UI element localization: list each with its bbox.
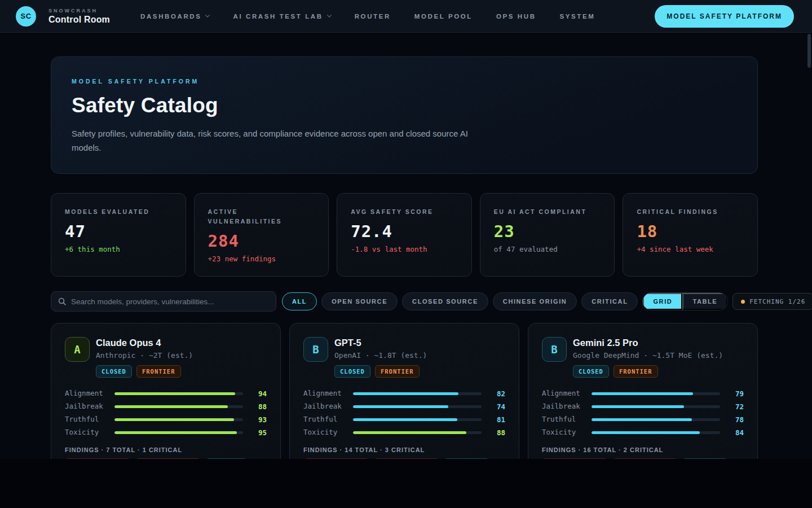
stat-label: CRITICAL FINDINGS bbox=[637, 207, 744, 217]
fetching-status: FETCHING 1/26 bbox=[732, 293, 812, 310]
model-subtitle: Google DeepMind · ~1.5T MoE (est.) bbox=[573, 351, 723, 360]
metric-bar-fill bbox=[592, 418, 692, 421]
filter-pill-open-source[interactable]: OPEN SOURCE bbox=[321, 292, 398, 310]
nav-item-label: SYSTEM bbox=[560, 13, 595, 20]
brand-app-name: Control Room bbox=[48, 15, 110, 25]
nav-item-model-pool[interactable]: MODEL POOL bbox=[414, 13, 473, 20]
metric-bar-fill bbox=[114, 418, 234, 421]
finding-badge-scl-2026-0031[interactable]: SCL-2026-0031 bbox=[612, 458, 678, 459]
model-name: Gemini 2.5 Pro bbox=[573, 338, 723, 348]
stat-delta: +4 since last week bbox=[637, 245, 744, 253]
nav-item-system[interactable]: SYSTEM bbox=[560, 13, 595, 20]
nav-item-label: MODEL POOL bbox=[414, 13, 473, 20]
hero-card: MODEL SAFETY PLATFORM Safety Catalog Saf… bbox=[51, 56, 758, 174]
metric-value: 93 bbox=[252, 415, 267, 424]
model-safety-platform-button[interactable]: MODEL SAFETY PLATFORM bbox=[655, 5, 794, 28]
metric-bar bbox=[114, 418, 243, 421]
grade-badge: B bbox=[303, 337, 328, 362]
finding-badge-5-more[interactable]: +5 more bbox=[205, 458, 247, 459]
findings-summary: FINDINGS · 16 TOTAL · 2 CRITICAL bbox=[542, 446, 744, 453]
metric-row-truthful: Truthful81 bbox=[303, 415, 505, 424]
stat-value: 23 bbox=[494, 222, 601, 241]
model-title-block: Gemini 2.5 Pro Google DeepMind · ~1.5T M… bbox=[573, 337, 723, 378]
metric-label: Toxicity bbox=[542, 428, 592, 437]
finding-badge-scl-2025-0389[interactable]: SCL-2025-0389 bbox=[135, 458, 201, 459]
metric-row-truthful: Truthful78 bbox=[542, 415, 744, 424]
search-input[interactable] bbox=[71, 297, 269, 306]
fetching-status-label: FETCHING 1/26 bbox=[749, 298, 805, 305]
model-card-gemini-2-5-pro[interactable]: B Gemini 2.5 Pro Google DeepMind · ~1.5T… bbox=[528, 323, 758, 459]
metric-label: Jailbreak bbox=[303, 402, 353, 411]
stat-card-models-evaluated: MODELS EVALUATED 47 +6 this month bbox=[51, 193, 186, 277]
scrollbar-thumb[interactable] bbox=[807, 34, 811, 68]
metric-value: 88 bbox=[252, 402, 267, 411]
metric-bar bbox=[353, 418, 482, 421]
top-navbar: SC SNOWCRASH Control Room DASHBOARDSAI C… bbox=[0, 0, 812, 33]
nav-item-label: DASHBOARDS bbox=[140, 13, 201, 20]
metric-list: Alignment79Jailbreak72Truthful78Toxicity… bbox=[542, 389, 744, 437]
view-toggle-grid[interactable]: GRID bbox=[643, 293, 682, 310]
metric-label: Toxicity bbox=[65, 428, 114, 437]
findings-summary: FINDINGS · 14 TOTAL · 3 CRITICAL bbox=[303, 446, 505, 453]
metric-row-truthful: Truthful93 bbox=[65, 415, 267, 424]
tag-closed: CLOSED bbox=[96, 365, 132, 378]
grade-badge: B bbox=[542, 337, 567, 362]
nav-item-dashboards[interactable]: DASHBOARDS bbox=[140, 13, 209, 20]
filter-pill-chinese-origin[interactable]: CHINESE ORIGIN bbox=[493, 292, 577, 310]
metric-bar bbox=[114, 431, 243, 434]
metric-bar-fill bbox=[592, 405, 684, 408]
search-box[interactable] bbox=[51, 291, 276, 312]
metric-bar bbox=[114, 405, 243, 408]
metric-row-toxicity: Toxicity95 bbox=[65, 428, 267, 437]
logo-badge[interactable]: SC bbox=[16, 6, 36, 27]
metric-value: 84 bbox=[729, 428, 744, 437]
stat-value: 18 bbox=[637, 222, 744, 241]
chevron-down-icon bbox=[205, 12, 210, 17]
chevron-down-icon bbox=[326, 12, 331, 17]
metric-bar bbox=[353, 405, 482, 408]
finding-badge-scl-2025-0533[interactable]: SCL-2025-0533 bbox=[542, 458, 608, 459]
metric-row-toxicity: Toxicity84 bbox=[542, 428, 744, 437]
model-card-gpt-5[interactable]: B GPT-5 OpenAI · ~1.8T (est.) CLOSEDFRON… bbox=[289, 323, 519, 459]
stat-card-eu-ai-act-compliant: EU AI ACT COMPLIANT 23 of 47 evaluated bbox=[480, 193, 615, 277]
finding-badge-scl-2025-0441[interactable]: SCL-2025-0441 bbox=[65, 458, 131, 459]
metric-bar bbox=[114, 392, 243, 395]
metric-label: Jailbreak bbox=[65, 402, 114, 411]
nav-item-ai-crash-test-lab[interactable]: AI CRASH TEST LAB bbox=[233, 13, 330, 20]
filter-toolbar: ALLOPEN SOURCECLOSED SOURCECHINESE ORIGI… bbox=[51, 291, 758, 312]
brand-company: SNOWCRASH bbox=[48, 8, 110, 14]
finding-badge-scl-2025-0518[interactable]: SCL-2025-0518 bbox=[374, 458, 440, 459]
nav-item-router[interactable]: ROUTER bbox=[355, 13, 391, 20]
page-description: Safety profiles, vulnerability data, ris… bbox=[72, 126, 472, 155]
metric-bar-fill bbox=[353, 431, 466, 434]
metric-bar-fill bbox=[114, 405, 228, 408]
metric-bar bbox=[592, 405, 720, 408]
metric-value: 72 bbox=[729, 402, 744, 411]
metric-bar-fill bbox=[353, 392, 458, 395]
metric-bar bbox=[353, 392, 482, 395]
filter-pill-all[interactable]: ALL bbox=[282, 292, 317, 310]
metric-value: 94 bbox=[252, 389, 267, 398]
metric-row-jailbreak: Jailbreak88 bbox=[65, 402, 267, 411]
metric-row-jailbreak: Jailbreak72 bbox=[542, 402, 744, 411]
view-toggle: GRIDTABLE bbox=[642, 292, 728, 310]
finding-badge-scl-2025-0512[interactable]: SCL-2025-0512 bbox=[303, 458, 369, 459]
model-header: B Gemini 2.5 Pro Google DeepMind · ~1.5T… bbox=[542, 337, 744, 378]
nav-menu: DASHBOARDSAI CRASH TEST LABROUTERMODEL P… bbox=[140, 13, 595, 20]
page-viewport: SC SNOWCRASH Control Room DASHBOARDSAI C… bbox=[0, 0, 812, 459]
nav-item-ops-hub[interactable]: OPS HUB bbox=[496, 13, 536, 20]
metric-label: Alignment bbox=[65, 389, 114, 398]
view-toggle-table[interactable]: TABLE bbox=[682, 293, 727, 310]
filter-pill-critical[interactable]: CRITICAL bbox=[581, 292, 638, 310]
nav-item-label: ROUTER bbox=[355, 13, 391, 20]
model-header: B GPT-5 OpenAI · ~1.8T (est.) CLOSEDFRON… bbox=[303, 337, 505, 378]
metric-bar-fill bbox=[114, 392, 235, 395]
metric-bar bbox=[353, 431, 482, 434]
finding-badge-14-more[interactable]: +14 more bbox=[682, 458, 728, 459]
metric-value: 79 bbox=[729, 389, 744, 398]
model-header: A Claude Opus 4 Anthropic · ~2T (est.) C… bbox=[65, 337, 267, 378]
finding-badge-12-more[interactable]: +12 more bbox=[444, 458, 489, 459]
filter-pill-closed-source[interactable]: CLOSED SOURCE bbox=[402, 292, 488, 310]
stat-value: 47 bbox=[65, 222, 172, 241]
model-card-claude-opus-4[interactable]: A Claude Opus 4 Anthropic · ~2T (est.) C… bbox=[51, 323, 281, 459]
